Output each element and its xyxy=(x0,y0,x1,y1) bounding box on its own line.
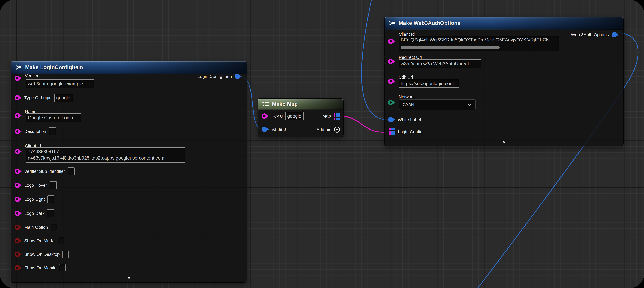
network-dropdown[interactable]: CYAN xyxy=(398,99,476,110)
map-pin-icon[interactable] xyxy=(334,113,340,120)
pin-key-0[interactable] xyxy=(262,113,269,119)
pin-label: Login Config xyxy=(398,129,422,134)
node-header[interactable]: Make Map xyxy=(258,99,343,110)
output-row: Login Config Item xyxy=(198,72,242,81)
pin-row: Logo Dark xyxy=(14,209,54,218)
pin-label: White Label xyxy=(398,117,421,122)
pin-redirect-url[interactable] xyxy=(388,59,395,64)
client-id-input[interactable]: 774338308167- q463s7kpvja16l4l0kko3nb925… xyxy=(26,147,186,163)
pin-logo-light[interactable] xyxy=(14,197,22,202)
output-pin-label: Web 3Auth Options xyxy=(571,32,609,37)
pin-label: Description xyxy=(24,129,46,134)
logo-light-input[interactable] xyxy=(48,195,54,203)
make-struct-icon xyxy=(15,64,22,71)
pin-client-id[interactable] xyxy=(14,149,22,154)
pin-verifier-sub-identifier[interactable] xyxy=(14,169,22,174)
pin-logo-dark[interactable] xyxy=(14,211,22,216)
output-pin-label: Login Config Item xyxy=(198,74,232,79)
client-id-input[interactable]: BEglQSgt4cUWcj6SKRdu5QkOXTsePmMcusG5EAoy… xyxy=(398,36,560,51)
main-option-checkbox[interactable] xyxy=(50,224,57,231)
pin-label: Key 0 xyxy=(272,114,283,119)
pin-row: Show On Mobile xyxy=(14,263,66,272)
pin-label: Sdk Url xyxy=(398,75,413,80)
node-make-loginconfigitem[interactable]: Make LoginConfigItem Login Config Item V… xyxy=(11,61,246,282)
chevron-up-icon[interactable] xyxy=(127,276,131,280)
pin-show-on-desktop[interactable] xyxy=(14,252,22,257)
pin-row: Value 0 xyxy=(262,125,286,134)
pin-white-label[interactable] xyxy=(388,117,395,122)
sdk-url-input[interactable]: https://sdk.openlogin.com xyxy=(398,79,459,88)
node-make-web3authoptions[interactable]: Make Web3AuthOptions Web 3Auth Options C… xyxy=(384,17,623,146)
pin-label: Network xyxy=(398,94,415,99)
node-title: Make LoginConfigItem xyxy=(25,64,83,71)
pin-label: Verifier xyxy=(25,73,38,78)
pin-logo-hover[interactable] xyxy=(14,183,22,188)
pin-main-option[interactable] xyxy=(14,225,22,230)
pin-label: Logo Light xyxy=(24,197,45,202)
chevron-down-icon xyxy=(468,102,472,107)
pin-label: Logo Hover xyxy=(24,183,47,188)
pin-label: Logo Dark xyxy=(24,211,44,216)
pin-verifier[interactable] xyxy=(14,76,22,81)
pin-row: Show On Modal xyxy=(14,236,64,245)
pin-description[interactable] xyxy=(14,129,22,134)
show-on-mobile-checkbox[interactable] xyxy=(59,264,66,271)
pin-row: Login Config xyxy=(389,127,422,136)
logo-dark-input[interactable] xyxy=(47,209,54,217)
add-pin-row: Add pin xyxy=(316,125,340,134)
pin-show-on-modal[interactable] xyxy=(14,238,22,243)
wire-top-to-whitelabel[interactable] xyxy=(362,0,388,120)
pin-name[interactable] xyxy=(14,113,22,118)
map-pin-icon[interactable] xyxy=(389,129,395,135)
verifier-sub-identifier-input[interactable] xyxy=(68,167,74,175)
blueprint-graph: Make LoginConfigItem Login Config Item V… xyxy=(0,0,644,288)
node-header[interactable]: Make Web3AuthOptions xyxy=(384,17,623,30)
pin-row: Logo Light xyxy=(14,195,54,204)
client-id-scrollbar[interactable] xyxy=(401,46,500,49)
pin-label: Redirect Url xyxy=(398,55,422,60)
pin-client-id[interactable] xyxy=(388,39,395,44)
node-title: Make Map xyxy=(272,101,298,107)
pin-label: Type Of Login xyxy=(24,95,52,100)
pin-row: Type Of Login google xyxy=(14,93,73,102)
node-title: Make Web3AuthOptions xyxy=(398,20,460,26)
chevron-up-icon[interactable] xyxy=(502,140,506,144)
pin-web3auth-options[interactable] xyxy=(612,32,618,37)
verifier-input[interactable]: web3auth-google-example xyxy=(26,80,94,88)
show-on-desktop-checkbox[interactable] xyxy=(62,251,69,258)
pin-label: Show On Mobile xyxy=(24,265,56,270)
pin-row: Show On Desktop xyxy=(14,250,69,259)
pin-sdk-url[interactable] xyxy=(388,79,395,84)
pin-row: Key 0 google xyxy=(262,112,304,120)
pin-network[interactable] xyxy=(388,100,395,105)
make-struct-icon xyxy=(388,20,396,26)
pin-row: Main Option xyxy=(14,223,57,232)
plus-circle-icon[interactable] xyxy=(334,127,340,133)
pin-label: Value 0 xyxy=(272,127,286,132)
output-row: Web 3Auth Options xyxy=(571,30,618,39)
make-map-icon xyxy=(262,101,269,107)
pin-label: Main Option xyxy=(24,225,48,230)
pin-label: Show On Modal xyxy=(24,238,56,243)
network-value: CYAN xyxy=(403,102,414,107)
show-on-modal-checkbox[interactable] xyxy=(58,237,64,244)
client-id-value: BEglQSgt4cUWcj6SKRdu5QkOXTsePmMcusG5EAoy… xyxy=(401,37,558,43)
pin-type-of-login[interactable] xyxy=(14,95,22,100)
logo-hover-input[interactable] xyxy=(50,181,56,189)
pin-row: White Label xyxy=(388,115,421,124)
add-pin-label: Add pin xyxy=(316,127,331,132)
pin-row: Logo Hover xyxy=(14,181,56,190)
key-0-input[interactable]: google xyxy=(285,112,304,120)
pin-row: Verifier Sub Identifier xyxy=(14,167,74,176)
pin-row: Description xyxy=(14,127,56,136)
output-pin-label: Map xyxy=(322,114,331,119)
redirect-url-input[interactable]: w3a://com.w3a.Web3AuthUnreal xyxy=(398,59,482,68)
pin-label: Verifier Sub Identifier xyxy=(24,169,65,174)
type-of-login-input[interactable]: google xyxy=(54,94,73,102)
description-input[interactable] xyxy=(49,127,56,135)
pin-show-on-mobile[interactable] xyxy=(14,265,22,270)
name-input[interactable]: Google Custom Login xyxy=(26,113,81,122)
node-make-map[interactable]: Make Map Key 0 google Map Value 0 Add pi… xyxy=(258,99,343,137)
pin-login-config-item[interactable] xyxy=(234,74,242,79)
pin-value-0[interactable] xyxy=(262,127,269,132)
